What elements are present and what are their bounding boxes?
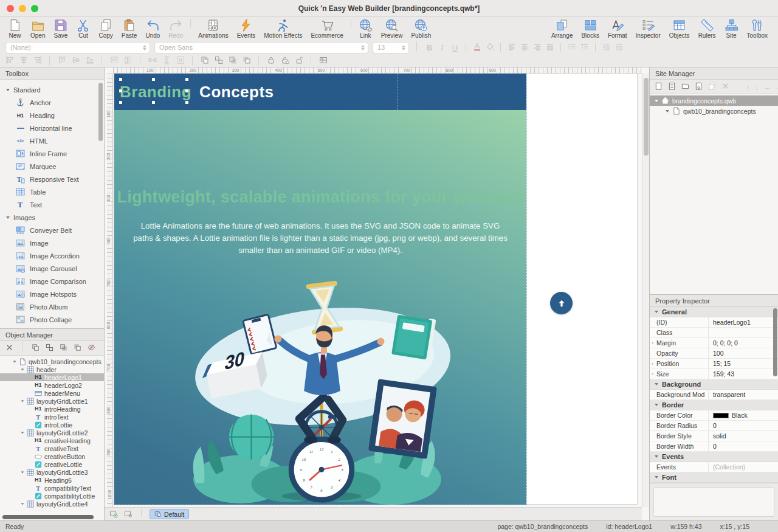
- toolbar-button[interactable]: New: [4, 18, 26, 40]
- inspector-property-row[interactable]: › Opacity 100: [650, 348, 778, 359]
- format-button[interactable]: [579, 43, 590, 52]
- icon-button[interactable]: [161, 57, 171, 66]
- inspector-section-header[interactable]: Background: [650, 379, 778, 390]
- format-button[interactable]: I: [437, 43, 447, 52]
- format-button[interactable]: [614, 43, 624, 52]
- toolbar-button[interactable]: Blocks: [577, 18, 603, 40]
- object-tree-item[interactable]: H1 headerLogo1: [0, 373, 104, 381]
- icon-button[interactable]: [227, 57, 238, 66]
- toolbar-button[interactable]: Site: [720, 18, 743, 40]
- format-button[interactable]: [545, 43, 555, 52]
- object-tree-item[interactable]: layoutyGridLottie2: [0, 429, 104, 437]
- breakpoint-settings-button[interactable]: [123, 510, 133, 519]
- close-window-icon[interactable]: [7, 5, 14, 12]
- format-button[interactable]: [532, 43, 542, 52]
- toolbox-item[interactable]: Photo Gallery: [0, 326, 104, 328]
- font-family-select[interactable]: Open Sans: [154, 42, 368, 54]
- format-button[interactable]: [506, 43, 517, 52]
- icon-button[interactable]: [280, 57, 290, 66]
- property-grid-scrollbar[interactable]: [773, 308, 777, 376]
- toolbar-button[interactable]: Format: [604, 18, 632, 40]
- toolbox-item[interactable]: Image Hotspots: [0, 288, 104, 300]
- toolbox-item[interactable]: Inline Frame: [0, 147, 104, 160]
- object-tree-item[interactable]: T introText: [0, 413, 104, 421]
- object-tree-item[interactable]: header: [0, 365, 104, 373]
- object-tree-item[interactable]: creativeLottie: [0, 460, 104, 468]
- icon-button[interactable]: ↓: [756, 83, 759, 91]
- icon-button[interactable]: [175, 57, 185, 66]
- toolbox-item[interactable]: Conveyer Belt: [0, 224, 104, 237]
- hero-paragraph[interactable]: Lottie Animations are the future of web …: [133, 220, 508, 257]
- inspector-property-row[interactable]: › Background Mod transparent: [650, 390, 778, 400]
- object-tree-item[interactable]: qwb10_brandingconcepts: [0, 358, 104, 365]
- selection-handle[interactable]: [119, 101, 122, 104]
- object-tree-item[interactable]: H1 introHeading: [0, 405, 104, 413]
- site-tree-item[interactable]: brandingconcepts.qwb: [650, 95, 778, 106]
- toolbox-item[interactable]: T Text: [0, 198, 104, 211]
- inspector-section-header[interactable]: General: [650, 307, 778, 317]
- icon-button[interactable]: [87, 344, 95, 353]
- hero-section[interactable]: Lightweight, scalable animations for you…: [114, 110, 526, 505]
- toolbar-button[interactable]: Inspector: [632, 18, 665, 40]
- icon-button[interactable]: [73, 344, 81, 353]
- selection-handle[interactable]: [119, 78, 122, 81]
- icon-button[interactable]: [45, 344, 53, 353]
- inspector-property-row[interactable]: › Border Color Black: [650, 410, 778, 421]
- selection-handle[interactable]: [119, 89, 122, 92]
- icon-button[interactable]: [213, 57, 224, 66]
- toolbox-item[interactable]: Image: [0, 237, 104, 249]
- icon-button[interactable]: [318, 57, 328, 66]
- scroll-to-top-button[interactable]: [550, 292, 573, 314]
- icon-button[interactable]: [655, 83, 663, 91]
- selection-handle[interactable]: [185, 89, 188, 92]
- format-button[interactable]: [484, 43, 495, 52]
- inspector-section-header[interactable]: Events: [650, 452, 778, 462]
- object-tree-item[interactable]: H1 creativeHeading: [0, 437, 104, 444]
- selection-handle[interactable]: [185, 101, 188, 104]
- toolbar-button[interactable]: Events: [233, 18, 260, 40]
- object-tree-item[interactable]: creativeButton: [0, 452, 104, 460]
- toolbar-button[interactable]: Undo: [141, 18, 164, 40]
- icon-button[interactable]: [266, 57, 276, 66]
- icon-button[interactable]: [147, 57, 157, 66]
- site-tree-item[interactable]: qwb10_brandingconcepts: [650, 106, 778, 116]
- format-button[interactable]: [601, 43, 611, 52]
- format-button[interactable]: B: [424, 43, 435, 52]
- toolbox-item[interactable]: T Responsive Text: [0, 173, 104, 185]
- site-header-block[interactable]: Branding Concepts: [114, 74, 526, 110]
- icon-button[interactable]: [109, 57, 119, 66]
- toolbar-button[interactable]: Paste: [117, 18, 142, 40]
- object-tree-item[interactable]: compatibilityLottie: [0, 492, 104, 500]
- icon-button[interactable]: [708, 83, 716, 91]
- site-logo[interactable]: Branding Concepts: [120, 83, 274, 102]
- object-tree-item[interactable]: layoutyGridLottie4: [0, 500, 104, 508]
- inspector-property-row[interactable]: › Size 159; 43: [650, 369, 778, 379]
- toolbar-button[interactable]: Toolbox: [743, 18, 772, 40]
- icon-button[interactable]: [71, 57, 81, 66]
- toolbar-button[interactable]: Publish: [407, 18, 435, 40]
- toolbox-item[interactable]: Table: [0, 185, 104, 198]
- minimize-window-icon[interactable]: [19, 5, 26, 12]
- toolbar-button[interactable]: Copy: [94, 18, 117, 40]
- inspector-property-row[interactable]: › Events (Collection): [650, 462, 778, 472]
- toolbox-section-header[interactable]: Images: [0, 211, 104, 224]
- toolbox-item[interactable]: Image Comparison: [0, 275, 104, 288]
- object-tree-item[interactable]: introLottie: [0, 421, 104, 429]
- style-select[interactable]: (None): [5, 42, 150, 54]
- toolbar-button[interactable]: Link: [354, 18, 377, 40]
- toolbox-item[interactable]: Image Carousel: [0, 262, 104, 275]
- toolbox-section-header[interactable]: Standard: [0, 83, 104, 96]
- toolbox-item[interactable]: Marquee: [0, 160, 104, 173]
- toolbox-item[interactable]: Photo Album: [0, 300, 104, 313]
- canvas-vscrollbar-thumb[interactable]: [644, 78, 649, 156]
- toolbar-button[interactable]: Motion Effects: [260, 18, 306, 40]
- icon-button[interactable]: [59, 344, 67, 353]
- icon-button[interactable]: ←: [764, 83, 771, 91]
- selection-handle[interactable]: [185, 78, 188, 81]
- toolbox-item[interactable]: H1 Heading: [0, 109, 104, 122]
- object-tree-item[interactable]: layoutyGridLottie1: [0, 397, 104, 405]
- icon-button[interactable]: [199, 57, 210, 66]
- icon-button[interactable]: [241, 57, 252, 66]
- toolbar-button[interactable]: Open: [26, 18, 49, 40]
- icon-button[interactable]: [668, 83, 676, 91]
